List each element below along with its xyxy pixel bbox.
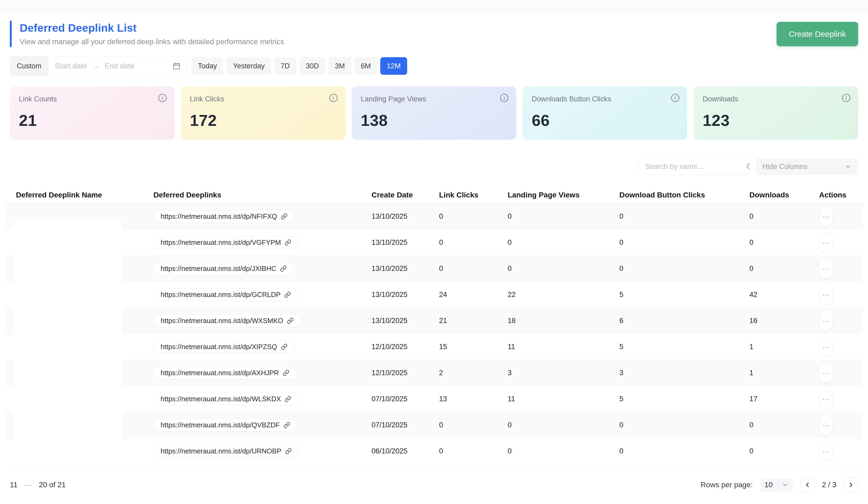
deeplink-url: https://netmerauat.nms.ist/dp/VGFYPM: [161, 239, 281, 247]
col-header-link-clicks: Link Clicks: [439, 191, 508, 199]
create-date-cell: 13/10/2025: [372, 317, 439, 325]
deeplink-url: https://netmerauat.nms.ist/dp/QVBZDF: [161, 421, 280, 429]
row-actions-button[interactable]: ···: [819, 441, 833, 461]
download-button-clicks-cell: 0: [619, 212, 750, 221]
link-clicks-cell: 0: [439, 447, 508, 455]
create-date-cell: 13/10/2025: [372, 212, 439, 221]
card-label: Downloads: [703, 95, 849, 103]
create-date-cell: 12/10/2025: [372, 369, 439, 377]
create-deeplink-button[interactable]: Create Deeplink: [776, 22, 858, 46]
downloads-cell: 0: [750, 239, 819, 247]
preset-7d[interactable]: 7D: [274, 57, 296, 75]
info-icon[interactable]: [500, 93, 509, 103]
end-date-input[interactable]: End date: [104, 62, 134, 70]
info-icon[interactable]: [842, 93, 851, 103]
landing-page-views-cell: 0: [508, 264, 619, 273]
download-button-clicks-cell: 5: [619, 343, 750, 351]
deeplink-url: https://netmerauat.nms.ist/dp/JXIBHC: [161, 264, 276, 273]
start-date-input[interactable]: Start date: [55, 62, 87, 70]
deeplink-url-pill[interactable]: https://netmerauat.nms.ist/dp/AXHJPR: [153, 367, 297, 379]
deeplink-url-pill[interactable]: https://netmerauat.nms.ist/dp/URNOBP: [153, 445, 299, 457]
row-actions-button[interactable]: ···: [819, 415, 833, 435]
col-header-download-button-clicks: Download Button Clicks: [619, 191, 750, 199]
preset-30d[interactable]: 30D: [299, 57, 326, 75]
preset-yesterday[interactable]: Yesterday: [227, 57, 271, 75]
row-actions-button[interactable]: ···: [819, 389, 833, 409]
calendar-icon[interactable]: [173, 62, 180, 70]
search-input[interactable]: [639, 159, 746, 174]
row-actions-button[interactable]: ···: [819, 259, 833, 279]
row-actions-button[interactable]: ···: [819, 206, 833, 227]
date-filter-row: Custom Start date → End date Today Yeste…: [10, 56, 858, 76]
date-range-field[interactable]: Start date → End date: [49, 56, 187, 76]
table-row: https://netmerauat.nms.ist/dp/AXHJPR 12/…: [5, 360, 863, 386]
info-icon[interactable]: [158, 93, 167, 103]
row-actions-button[interactable]: ···: [819, 233, 833, 253]
deeplink-url-pill[interactable]: https://netmerauat.nms.ist/dp/JXIBHC: [153, 262, 294, 275]
preset-12m-active[interactable]: 12M: [380, 57, 407, 75]
table-header-row: Deferred Deeplink Name Deferred Deeplink…: [5, 187, 863, 204]
deeplink-url-pill[interactable]: https://netmerauat.nms.ist/dp/VGFYPM: [153, 236, 298, 249]
table-footer: 11 — 20 of 21 Rows per page: 10 2 / 3: [10, 478, 858, 492]
card-value: 172: [190, 111, 337, 130]
info-icon[interactable]: [671, 93, 680, 103]
title-accent-bar: [10, 21, 12, 47]
previous-page-button[interactable]: [800, 478, 815, 492]
downloads-cell: 42: [750, 291, 819, 299]
link-clicks-cell: 2: [439, 369, 508, 377]
preset-6m[interactable]: 6M: [354, 57, 378, 75]
search-icon[interactable]: [746, 159, 750, 174]
deeplink-url: https://netmerauat.nms.ist/dp/WLSKDX: [161, 395, 281, 403]
link-clicks-cell: 0: [439, 421, 508, 429]
link-clicks-cell: 0: [439, 239, 508, 247]
link-icon: [283, 422, 290, 429]
row-actions-button[interactable]: ···: [819, 363, 833, 383]
landing-page-views-cell: 11: [508, 395, 619, 403]
info-icon[interactable]: [329, 93, 338, 103]
download-button-clicks-cell: 0: [619, 421, 750, 429]
deeplink-url-pill[interactable]: https://netmerauat.nms.ist/dp/XIPZSQ: [153, 341, 294, 353]
deeplink-url-pill[interactable]: https://netmerauat.nms.ist/dp/NFIFXQ: [153, 210, 294, 223]
downloads-cell: 0: [750, 421, 819, 429]
chevron-left-icon: [804, 481, 811, 488]
row-actions-button[interactable]: ···: [819, 285, 833, 305]
deeplink-url-pill[interactable]: https://netmerauat.nms.ist/dp/GCRLDP: [153, 289, 298, 301]
deeplink-url-pill[interactable]: https://netmerauat.nms.ist/dp/WXSMKO: [153, 314, 301, 327]
link-icon: [285, 396, 291, 402]
downloads-cell: 0: [750, 212, 819, 221]
card-label: Link Clicks: [190, 95, 337, 103]
rows-per-page-label: Rows per page:: [701, 481, 753, 489]
deeplink-url-pill[interactable]: https://netmerauat.nms.ist/dp/QVBZDF: [153, 419, 297, 431]
download-button-clicks-cell: 0: [619, 239, 750, 247]
col-header-actions: Actions: [819, 191, 863, 199]
deeplink-url: https://netmerauat.nms.ist/dp/URNOBP: [161, 447, 281, 455]
link-icon: [285, 239, 291, 246]
preset-3m[interactable]: 3M: [328, 57, 351, 75]
page-subtitle: View and manage all your deferred deep l…: [20, 38, 284, 46]
row-actions-button[interactable]: ···: [819, 311, 833, 331]
pagination-controls: Rows per page: 10 2 / 3: [701, 478, 858, 492]
deeplink-url-pill[interactable]: https://netmerauat.nms.ist/dp/WLSKDX: [153, 393, 298, 405]
table-row: https://netmerauat.nms.ist/dp/URNOBP 06/…: [5, 438, 863, 464]
download-button-clicks-cell: 3: [619, 369, 750, 377]
hide-columns-dropdown[interactable]: Hide Columns: [756, 158, 858, 175]
metric-cards: Link Counts 21 Link Clicks 172 Landing P…: [10, 87, 858, 140]
downloads-cell: 16: [750, 317, 819, 325]
create-date-cell: 07/10/2025: [372, 421, 439, 429]
row-actions-button[interactable]: ···: [819, 337, 833, 357]
landing-page-views-cell: 11: [508, 343, 619, 351]
next-page-button[interactable]: [844, 478, 858, 492]
link-icon: [285, 448, 292, 454]
table-row: https://netmerauat.nms.ist/dp/QVBZDF 07/…: [5, 412, 863, 438]
chevron-down-icon: [844, 163, 852, 170]
table-row: https://netmerauat.nms.ist/dp/JXIBHC 13/…: [5, 256, 863, 282]
col-header-downloads: Downloads: [750, 191, 819, 199]
download-button-clicks-cell: 0: [619, 264, 750, 273]
rows-per-page-select[interactable]: 10: [760, 478, 793, 492]
preset-today[interactable]: Today: [192, 57, 224, 75]
card-label: Link Counts: [19, 95, 165, 103]
range-separator: —: [24, 481, 32, 489]
link-clicks-cell: 24: [439, 291, 508, 299]
table-toolbar: Hide Columns: [10, 158, 858, 175]
card-downloads-button-clicks: Downloads Button Clicks 66: [523, 87, 687, 140]
